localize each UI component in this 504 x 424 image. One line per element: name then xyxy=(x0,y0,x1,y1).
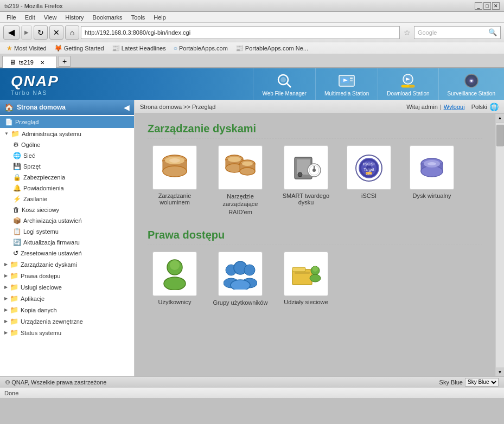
nav-surveillance-station[interactable]: Surveillance Station xyxy=(438,68,504,100)
access-icon-grid: Użytkownicy xyxy=(148,252,482,306)
reload-button[interactable]: ↻ xyxy=(34,25,48,40)
search-field[interactable]: Google 🔍 xyxy=(414,26,501,39)
scroll-thumb[interactable] xyxy=(496,125,504,146)
bookmark-most-visited[interactable]: ★ Most Visited xyxy=(3,44,50,52)
svg-point-19 xyxy=(163,166,187,177)
bookmark-latest-headlines[interactable]: 📰 Latest Headlines xyxy=(109,44,169,52)
tab-close-icon[interactable]: ✕ xyxy=(40,60,44,66)
expand-icon: ▶ xyxy=(4,262,8,267)
svg-rect-61 xyxy=(295,272,310,274)
sidebar-section-urzadzenia[interactable]: ▶ 📁 Urządzenia zewnętrzne xyxy=(0,316,134,327)
star-bookmark-icon: ★ xyxy=(7,44,12,52)
sidebar-item-kosz[interactable]: 🗑 Kosz sieciowy xyxy=(0,204,134,215)
icon-item-vdisk[interactable]: Dysk wirtualny xyxy=(405,145,459,216)
icon-item-groups[interactable]: Grupy użytkowników xyxy=(210,252,270,306)
home-button[interactable]: ⌂ xyxy=(65,25,79,40)
menu-bookmarks[interactable]: Bookmarks xyxy=(88,14,127,21)
icon-box: iSCSI Target 25% xyxy=(347,145,391,190)
sidebar-section-aplikacje[interactable]: ▶ 📁 Aplikacje xyxy=(0,293,134,304)
menu-view[interactable]: View xyxy=(40,14,61,21)
stop-button[interactable]: ✕ xyxy=(49,25,63,40)
forward-button[interactable]: ▶ xyxy=(21,25,32,40)
surveillance-station-icon xyxy=(463,72,480,89)
icon-item-woluminem[interactable]: Zarządzanie woluminem xyxy=(148,145,202,216)
portableapps2-icon: 📰 xyxy=(235,44,244,52)
rss-icon: 📰 xyxy=(112,44,120,52)
browser-tab[interactable]: 🖥 ts219 ✕ xyxy=(2,56,56,68)
sidebar-item-sprzet[interactable]: 💾 Sprzęt xyxy=(0,161,134,172)
svg-point-58 xyxy=(231,280,250,290)
icon-item-users[interactable]: Użytkownicy xyxy=(148,252,202,306)
qnap-nav: Web File Manager Multimedia Station xyxy=(253,68,504,100)
menu-edit[interactable]: Edit xyxy=(21,14,40,21)
sidebar-label: Sieć xyxy=(23,152,35,159)
sidebar-item-powiadomienia[interactable]: 🔔 Powiadomienia xyxy=(0,183,134,194)
sidebar: 🏠 Strona domowa ◀ 📄 Przegląd ▼ 📁 Adminis… xyxy=(0,100,135,376)
search-icon[interactable]: 🔍 xyxy=(488,28,497,36)
nav-download-station[interactable]: Download Station xyxy=(378,68,438,100)
sidebar-section-admin[interactable]: ▼ 📁 Administracja systemu xyxy=(0,128,134,139)
menu-help[interactable]: Help xyxy=(149,14,170,21)
svg-point-52 xyxy=(164,277,186,290)
web-file-manager-icon xyxy=(276,72,293,89)
sidebar-item-zasilanie[interactable]: ⚡ Zasilanie xyxy=(0,194,134,204)
icon-item-raid[interactable]: Narzędzie zarządzające RAID'em xyxy=(210,145,270,216)
theme-select[interactable]: Sky Blue xyxy=(465,378,499,387)
bookmark-label: Most Visited xyxy=(14,45,47,52)
sidebar-collapse-button[interactable]: ◀ xyxy=(124,103,130,112)
sidebar-section-status[interactable]: ▶ 📁 Status systemu xyxy=(0,327,134,338)
sidebar-item-logi[interactable]: 📋 Logi systemu xyxy=(0,226,134,237)
nav-multimedia-station[interactable]: Multimedia Station xyxy=(315,68,378,100)
sidebar-home-icon: 🏠 xyxy=(4,103,14,112)
sidebar-label: Zarządzanie dyskami xyxy=(21,261,77,268)
svg-point-28 xyxy=(240,168,255,175)
expand-icon: ▶ xyxy=(4,296,8,301)
sidebar-label: Status systemu xyxy=(21,330,61,336)
sidebar-section-prawa[interactable]: ▶ 📁 Prawa dostępu xyxy=(0,270,134,281)
star-icon[interactable]: ☆ xyxy=(401,26,412,39)
sidebar-item-zabezpieczenia[interactable]: 🔒 Zabezpieczenia xyxy=(0,172,134,183)
new-tab-button[interactable]: + xyxy=(59,56,71,67)
menu-file[interactable]: File xyxy=(2,14,21,21)
maximize-button[interactable]: □ xyxy=(483,2,491,10)
close-button[interactable]: ✕ xyxy=(492,2,500,10)
vertical-scrollbar[interactable]: ▲ ▼ xyxy=(495,114,504,376)
bookmark-portableapps2[interactable]: 📰 PortableApps.com Ne... xyxy=(232,44,311,52)
sidebar-section-kopia[interactable]: ▶ 📁 Kopia danych xyxy=(0,304,134,316)
scroll-down-button[interactable]: ▼ xyxy=(496,368,505,376)
sidebar-item-ogolne[interactable]: ⚙ Ogólne xyxy=(0,139,134,150)
bookmark-portableapps[interactable]: ○ PortableApps.com xyxy=(170,44,231,52)
address-bar[interactable]: http://192.168.0.3:8080/cgi-bin/index.cg… xyxy=(81,26,400,39)
sidebar-item-przeglad[interactable]: 📄 Przegląd xyxy=(0,116,134,128)
logout-link[interactable]: Wyloguj xyxy=(444,104,465,110)
icon-label: Zarządzanie woluminem xyxy=(148,192,202,205)
sidebar-item-reset[interactable]: ↺ Zresetowanie ustawień xyxy=(0,248,134,259)
folder-icon: 📁 xyxy=(10,283,18,291)
minimize-button[interactable]: _ xyxy=(475,2,482,10)
icon-label: Grupy użytkowników xyxy=(213,299,268,306)
scroll-up-button[interactable]: ▲ xyxy=(496,114,505,123)
sidebar-item-siec[interactable]: 🌐 Sieć xyxy=(0,150,134,161)
globe-icon[interactable]: 🌐 xyxy=(489,102,499,111)
icon-item-shares[interactable]: Udziały sieciowe xyxy=(279,252,333,306)
expand-icon: ▶ xyxy=(4,285,8,290)
sidebar-item-archiwizacja[interactable]: 📦 Archiwizacja ustawień xyxy=(0,215,134,226)
bookmark-getting-started[interactable]: 🦊 Getting Started xyxy=(51,44,107,52)
menu-tools[interactable]: Tools xyxy=(127,14,150,21)
icon-box xyxy=(284,252,328,296)
firefox-icon: 🦊 xyxy=(54,44,62,52)
menu-history[interactable]: History xyxy=(61,14,88,21)
sidebar-section-dyski[interactable]: ▶ 📁 Zarządzanie dyskami xyxy=(0,259,134,270)
icon-item-iscsi[interactable]: iSCSI Target 25% iSCSI xyxy=(342,145,396,216)
sidebar-label: Przegląd xyxy=(15,119,39,125)
icon-item-smart[interactable]: SMART twardego dysku xyxy=(279,145,333,216)
language-label: Polski xyxy=(471,104,487,110)
sidebar-section-uslugi[interactable]: ▶ 📁 Usługi sieciowe xyxy=(0,281,134,293)
back-button[interactable]: ◀ xyxy=(3,25,20,40)
svg-line-1 xyxy=(286,83,291,87)
svg-point-64 xyxy=(310,274,321,282)
sidebar-item-aktualizacja[interactable]: 🔄 Aktualizacja firmwaru xyxy=(0,237,134,248)
nav-web-file-manager[interactable]: Web File Manager xyxy=(253,68,315,100)
icon-label: Dysk wirtualny xyxy=(413,192,451,199)
icon-label: Użytkownicy xyxy=(158,299,191,305)
